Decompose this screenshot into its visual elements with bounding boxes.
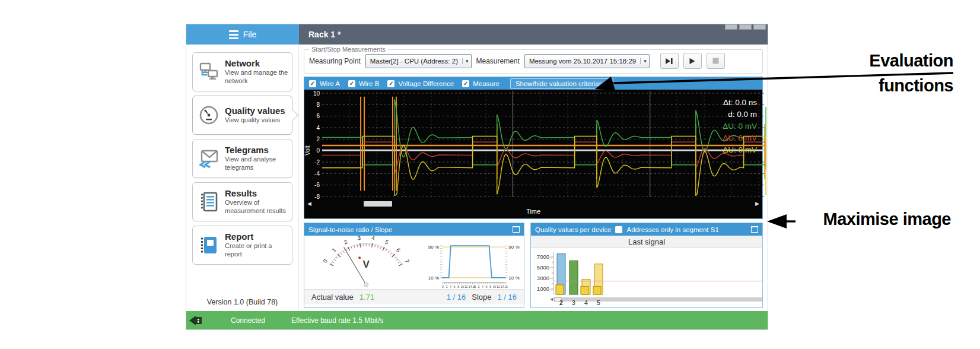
- svg-text:7000: 7000: [537, 253, 549, 260]
- sidebar-item-description: Create or print a report: [225, 242, 288, 259]
- close-button[interactable]: [753, 24, 766, 30]
- svg-text:1000: 1000: [537, 285, 549, 292]
- wire-a-checkbox[interactable]: ✓: [309, 80, 316, 87]
- measure-checkbox[interactable]: ✓: [462, 80, 469, 87]
- svg-text:10 %: 10 %: [428, 275, 439, 281]
- svg-text:0: 0: [443, 285, 444, 288]
- play-icon: [689, 58, 696, 65]
- start-stop-measurements-group: Start/Stop Measurements Measuring Point …: [304, 46, 763, 74]
- annotation-evaluation-line1: Evaluation: [869, 51, 953, 71]
- svg-text:3: 3: [572, 299, 575, 306]
- sidebar-item-label: Report: [225, 231, 288, 242]
- svg-text:8: 8: [316, 101, 320, 108]
- show-hide-valuation-criterias-button[interactable]: Show/hide valuation criterias ▾: [510, 78, 613, 89]
- voltage-difference-label[interactable]: Voltage Difference: [398, 80, 454, 87]
- snr-ratio: 1 / 16: [447, 293, 466, 302]
- sidebar-item-report[interactable]: Report Create or print a report: [192, 226, 292, 265]
- sidebar-item-results[interactable]: Results Overview of measurement results: [192, 182, 292, 221]
- sidebar-item-label: Telegrams: [225, 145, 288, 155]
- scroll-right-icon[interactable]: ▶: [755, 201, 759, 207]
- svg-text:3: 3: [357, 236, 361, 242]
- svg-text:4: 4: [450, 285, 452, 288]
- actual-value-label: Actual value: [311, 293, 354, 302]
- measurement-select[interactable]: Messung vom 25.10.2017 15:18:29 ▾: [524, 54, 650, 68]
- svg-text:12: 12: [497, 285, 501, 288]
- segment-s1-checkbox[interactable]: [615, 226, 622, 233]
- snr-slope-panel: Signal-to-noise ratio / Slope 01234567V …: [304, 223, 524, 308]
- svg-text:6: 6: [316, 113, 320, 119]
- svg-text:10: 10: [493, 285, 497, 288]
- hamburger-icon: [229, 30, 238, 39]
- quality-bar-chart[interactable]: 10003000500070002345: [531, 248, 767, 305]
- svg-text:14: 14: [469, 285, 472, 288]
- stop-button[interactable]: [707, 53, 725, 69]
- svg-text:-6: -6: [314, 182, 320, 188]
- svg-text:0: 0: [316, 147, 320, 154]
- file-menu-label: File: [243, 30, 257, 39]
- svg-text:2: 2: [446, 285, 448, 288]
- group-label: Start/Stop Measurements: [309, 46, 388, 53]
- svg-text:16: 16: [505, 285, 508, 288]
- play-to-end-button[interactable]: [660, 53, 679, 69]
- telegrams-icon: [198, 149, 220, 168]
- stop-icon: [712, 58, 719, 64]
- quality-values-panel: Quality values per device Addresses only…: [530, 223, 763, 308]
- scroll-thumb[interactable]: [364, 201, 392, 207]
- maximise-icon[interactable]: [513, 226, 520, 233]
- svg-text:8: 8: [490, 285, 492, 288]
- svg-text:10: 10: [461, 285, 464, 288]
- segment-s1-label[interactable]: Addresses only in segment S1: [626, 226, 718, 233]
- wire-a-label[interactable]: Wire A: [320, 80, 340, 87]
- svg-text:5: 5: [597, 299, 600, 306]
- snr-footer: Actual value 1.71 1 / 16 Slope 1 / 16: [304, 289, 524, 304]
- snr-gauge: 01234567V: [310, 236, 422, 289]
- results-icon: [198, 192, 220, 212]
- window-title: Rack 1 *: [299, 24, 768, 45]
- wire-b-checkbox[interactable]: ✓: [348, 80, 355, 87]
- slope-ratio: 1 / 16: [497, 293, 517, 302]
- svg-text:2: 2: [343, 239, 349, 246]
- quality-panel-header: Quality values per device Addresses only…: [531, 223, 762, 236]
- sidebar-item-telegrams[interactable]: Telegrams View and analyse telegrams: [192, 139, 292, 178]
- sidebar-item-quality-values[interactable]: Quality values View quality values: [192, 96, 292, 135]
- oscilloscope-panel: ✓ Wire A ✓ Wire B ✓ Voltage Difference ✓…: [304, 77, 763, 219]
- snr-panel-title: Signal-to-noise ratio / Slope: [308, 226, 392, 233]
- svg-text:Volt: Volt: [304, 145, 311, 156]
- svg-text:12: 12: [465, 285, 469, 288]
- svg-text:-8: -8: [314, 193, 320, 200]
- report-icon: [198, 235, 220, 255]
- svg-text:-4: -4: [314, 170, 320, 177]
- measuring-point-select[interactable]: Master[2] - CPU (Address: 2) ▾: [365, 54, 472, 68]
- svg-text:5: 5: [384, 239, 390, 246]
- chevron-down-icon: ▾: [640, 58, 647, 64]
- svg-text:4: 4: [371, 236, 376, 242]
- snr-panel-header: Signal-to-noise ratio / Slope: [304, 223, 524, 236]
- minimize-button[interactable]: [725, 24, 737, 30]
- scope-scrollbar[interactable]: ◀ ▶: [304, 200, 762, 208]
- svg-text:4: 4: [316, 125, 320, 131]
- gauge-icon: [198, 105, 220, 125]
- maximize-button[interactable]: [739, 24, 752, 30]
- actual-value: 1.71: [359, 293, 374, 302]
- svg-text:0: 0: [475, 285, 476, 288]
- maximise-icon[interactable]: [751, 226, 758, 233]
- svg-text:14: 14: [501, 285, 504, 288]
- titlebar: File Rack 1 *: [186, 24, 768, 45]
- svg-text:6: 6: [454, 285, 456, 288]
- scroll-left-icon[interactable]: ◀: [307, 201, 311, 207]
- file-menu-button[interactable]: File: [186, 24, 299, 45]
- wire-b-label[interactable]: Wire B: [359, 80, 380, 87]
- voltage-difference-checkbox[interactable]: ✓: [387, 80, 394, 87]
- play-button[interactable]: [683, 53, 702, 69]
- window-controls: [725, 24, 766, 30]
- measure-label[interactable]: Measure: [473, 80, 499, 87]
- svg-text:V: V: [363, 259, 370, 270]
- last-signal-subtitle: Last signal: [531, 236, 762, 248]
- plug-icon: [189, 315, 205, 326]
- svg-text:4: 4: [584, 299, 588, 306]
- sidebar-item-network[interactable]: Network View and manage the network: [192, 52, 292, 91]
- connection-status: Connected: [231, 316, 265, 325]
- sidebar-item-description: View quality values: [225, 116, 285, 125]
- sidebar-item-description: View and manage the network: [225, 69, 288, 85]
- chevron-down-icon: ▾: [462, 58, 469, 64]
